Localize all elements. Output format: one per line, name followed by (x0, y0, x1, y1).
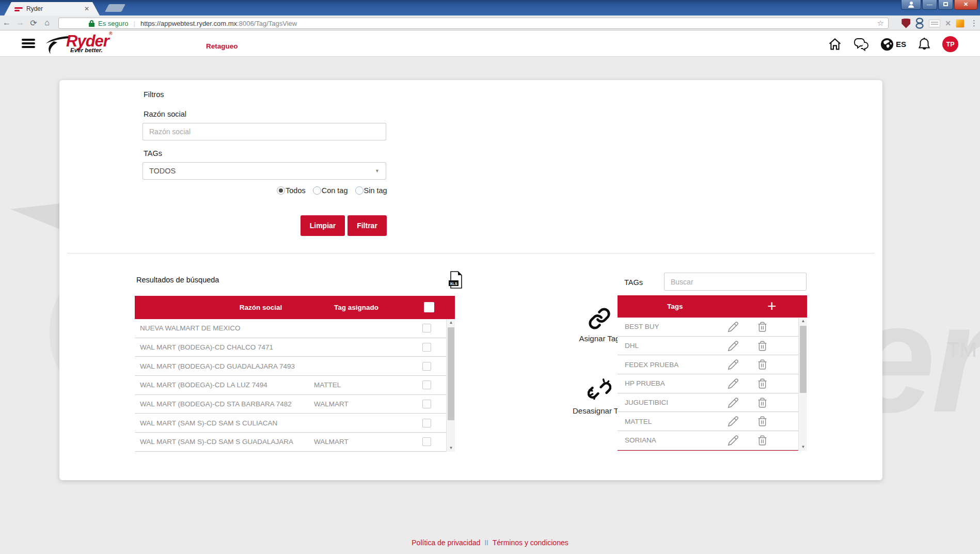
delete-trash-icon[interactable] (757, 321, 768, 334)
radio-todos-circle[interactable] (277, 186, 285, 195)
scrollbar-thumb[interactable] (448, 327, 454, 420)
razon-social-label: Razón social (144, 110, 186, 118)
table-row[interactable]: WAL MART (BODEGA)-CD LA LUZ 7494MATTEL (135, 376, 455, 395)
table-row[interactable]: WAL MART (BODEGA)-CD STA BARBARA 7482WAL… (135, 395, 455, 414)
delete-trash-icon[interactable] (757, 340, 768, 353)
tab-close-icon[interactable]: ✕ (84, 5, 89, 12)
privacy-link[interactable]: Política de privacidad (412, 539, 480, 547)
language-selector[interactable]: ES (880, 38, 906, 51)
tags-scrollbar[interactable]: ▲ ▼ (798, 318, 807, 451)
edit-pencil-icon[interactable] (728, 321, 739, 334)
limpiar-button[interactable]: Limpiar (301, 215, 345, 236)
table-row[interactable]: WAL MART (SAM S)-CD SAM S CULIACAN (135, 414, 455, 433)
browser-tab[interactable]: Ryder ✕ (4, 2, 100, 15)
table-row[interactable]: NUEVA WALMART DE MEXICO (135, 319, 455, 338)
hamburger-menu-icon[interactable] (22, 39, 35, 50)
browser-home-icon[interactable]: ⌂ (40, 18, 54, 27)
table-row[interactable]: WAL MART (BODEGA)-CD CHALCO 7471 (135, 338, 455, 357)
hourglass-extension-icon[interactable] (915, 18, 924, 29)
edit-pencil-icon[interactable] (728, 359, 739, 372)
razon-social-input[interactable] (143, 123, 386, 140)
row-checkbox[interactable] (422, 381, 431, 389)
browser-menu-icon[interactable]: ⋮ (970, 19, 978, 28)
row-checkbox[interactable] (422, 419, 431, 428)
minimize-button[interactable]: — (922, 0, 937, 10)
radio-con-tag-circle[interactable] (313, 186, 321, 195)
user-avatar[interactable]: TP (942, 36, 958, 52)
shield-extension-icon[interactable] (902, 19, 910, 28)
tag-row[interactable]: HP PRUEBA (618, 374, 807, 393)
terms-link[interactable]: Términos y condiciones (493, 539, 568, 547)
table-row[interactable]: WAL MART (SAM S)-CD SAM S GUADALAJARAWAL… (135, 433, 455, 452)
reload-icon[interactable]: ⟳ (27, 18, 40, 28)
address-bar[interactable]: Es seguro | https://appwebtest.ryder.com… (58, 18, 889, 29)
edit-pencil-icon[interactable] (728, 435, 739, 448)
row-checkbox[interactable] (422, 400, 431, 408)
delete-trash-icon[interactable] (757, 397, 768, 410)
maximize-button[interactable] (938, 0, 953, 10)
radio-con-tag[interactable]: Con tag (313, 186, 348, 195)
extension-badge-icon[interactable] (929, 20, 940, 27)
x-extension-icon[interactable]: ✕ (945, 19, 951, 27)
row-checkbox[interactable] (422, 437, 431, 446)
tag-row[interactable]: SORIANA (618, 431, 807, 450)
delete-trash-icon[interactable] (757, 378, 768, 391)
close-window-button[interactable]: ✕ (954, 0, 977, 10)
row-checkbox[interactable] (422, 324, 431, 333)
secure-lock-icon (89, 20, 94, 27)
table-row[interactable]: WAL MART (BODEGA)-CD GUADALAJARA 7493 (135, 357, 455, 376)
radio-sin-tag[interactable]: Sin tag (355, 186, 387, 195)
edit-pencil-icon[interactable] (728, 340, 739, 353)
scroll-up-icon[interactable]: ▲ (799, 318, 808, 325)
new-tab-button[interactable] (105, 4, 125, 12)
scroll-down-icon[interactable]: ▼ (447, 445, 455, 452)
scroll-down-icon[interactable]: ▼ (799, 444, 808, 451)
tag-asignado-cell: MATTEL (314, 381, 341, 389)
profile-window-button[interactable] (901, 0, 921, 10)
filtrar-button[interactable]: Filtrar (347, 215, 387, 236)
results-scrollbar[interactable]: ▲ ▼ (446, 319, 455, 452)
tag-row[interactable]: JUGUETIBICI (618, 393, 807, 413)
page: er. TM Ryder ✕ — ✕ ← → ⟳ ⌂ Es seguro | h… (0, 0, 980, 554)
tags-select[interactable]: TODOS ▼ (143, 162, 386, 180)
edit-pencil-icon[interactable] (728, 378, 739, 391)
tag-row[interactable]: BEST BUY (618, 318, 807, 337)
select-all-checkbox[interactable] (424, 302, 434, 312)
notifications-bell-icon[interactable] (918, 37, 931, 52)
scroll-up-icon[interactable]: ▲ (447, 319, 455, 326)
add-tag-icon[interactable]: + (767, 297, 777, 315)
col-tags: Tags (667, 303, 683, 310)
back-icon[interactable]: ← (0, 18, 13, 27)
language-label: ES (896, 40, 906, 49)
tag-row[interactable]: MATTEL (618, 412, 807, 431)
tag-row[interactable]: DHL (618, 337, 807, 356)
image-extension-icon[interactable] (956, 19, 965, 28)
tag-asignado-cell: WALMART (314, 400, 349, 408)
tag-name-cell: FEDEX PRUEBA (625, 361, 723, 369)
delete-trash-icon[interactable] (757, 359, 768, 372)
row-checkbox[interactable] (422, 343, 431, 352)
razon-social-cell: WAL MART (SAM S)-CD SAM S GUADALAJARA (140, 438, 310, 446)
tag-row[interactable]: FEDEX PRUEBA (618, 355, 807, 374)
edit-pencil-icon[interactable] (728, 416, 739, 429)
main-card: Filtros Razón social TAGs TODOS ▼ Todos … (59, 80, 882, 480)
export-xls-icon[interactable]: XLS (448, 271, 463, 289)
forward-icon[interactable]: → (13, 18, 27, 27)
url-suffix: :8006/Tag/TagsView (237, 20, 297, 27)
delete-trash-icon[interactable] (757, 435, 768, 448)
tags-table-header: Tags + (618, 295, 807, 318)
scrollbar-thumb[interactable] (800, 326, 807, 393)
delete-trash-icon[interactable] (757, 416, 768, 429)
edit-pencil-icon[interactable] (728, 397, 739, 410)
radio-todos[interactable]: Todos (277, 186, 306, 195)
razon-social-cell: WAL MART (SAM S)-CD SAM S CULIACAN (140, 419, 310, 427)
home-icon[interactable] (828, 37, 842, 52)
results-table-body: NUEVA WALMART DE MEXICOWAL MART (BODEGA)… (135, 319, 455, 452)
bookmark-star-icon[interactable]: ☆ (877, 19, 884, 28)
tags-search-input[interactable] (664, 273, 807, 291)
row-checkbox[interactable] (422, 362, 431, 371)
chat-icon[interactable] (853, 37, 869, 52)
radio-sin-tag-circle[interactable] (355, 186, 363, 195)
ryder-favicon (14, 6, 23, 12)
razon-social-cell: WAL MART (BODEGA)-CD GUADALAJARA 7493 (140, 362, 310, 370)
